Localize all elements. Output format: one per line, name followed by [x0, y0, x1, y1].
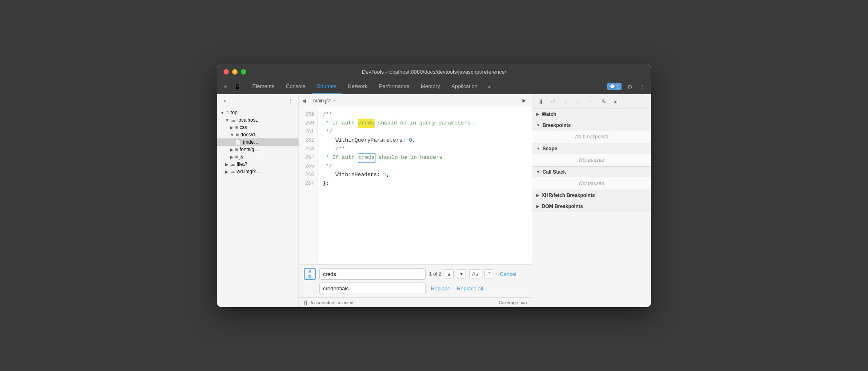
inspect-icon[interactable]: ⌖ — [220, 82, 230, 92]
window-title: DevTools - localhost:8080/docs/devtools/… — [362, 69, 506, 75]
tree-item-docs[interactable]: ▼ ■ docs/d… — [217, 131, 298, 138]
notification-badge[interactable]: 💬 1 — [607, 83, 622, 90]
tree-label-js: js — [240, 154, 243, 160]
editor-tabs: ◀ main.js* × ▶ — [299, 94, 532, 107]
step-button[interactable]: → — [585, 96, 595, 107]
run-script-icon[interactable]: ▶ — [520, 96, 529, 105]
watch-label: Watch — [542, 111, 556, 117]
step-into-button[interactable]: ↓ — [560, 96, 571, 107]
status-bar: {} 5 characters selected Coverage: n/a — [299, 297, 532, 307]
match-case-button[interactable]: Aa — [469, 269, 481, 278]
dom-breakpoints-section: ▶ DOM Breakpoints — [532, 201, 651, 212]
cloud-icon-localhost: ☁ — [231, 117, 236, 123]
call-stack-content: Not paused — [532, 177, 651, 190]
tree-item-css[interactable]: ▶ ■ css — [217, 124, 298, 131]
line-num-266: 266 — [299, 171, 317, 179]
xhr-arrow: ▶ — [536, 193, 539, 197]
folder-icon-css: ■ — [235, 124, 238, 130]
tree-item-top[interactable]: ▼ □ top — [217, 109, 298, 116]
replace-all-button[interactable]: Replace all — [455, 285, 485, 292]
tree-arrow-file: ▶ — [225, 162, 228, 167]
dom-breakpoints-section-header[interactable]: ▶ DOM Breakpoints — [532, 201, 651, 212]
deactivate-breakpoints-button[interactable]: ✎ — [599, 96, 609, 107]
code-line-266: WithinHeaders: 1, — [323, 171, 527, 179]
tree-arrow-css: ▶ — [230, 125, 233, 130]
pause-resume-button[interactable]: ⏸ — [536, 96, 546, 107]
find-input[interactable] — [319, 268, 426, 280]
settings-icon[interactable]: ⚙ — [625, 82, 635, 92]
replace-button[interactable]: Replace — [429, 285, 452, 292]
tree-item-js[interactable]: ▶ ■ js — [217, 153, 298, 161]
creds-highlight-1: creds — [358, 119, 375, 128]
step-out-button[interactable]: ↑ — [572, 96, 583, 107]
device-icon[interactable]: 📱 — [233, 82, 242, 92]
tab-memory[interactable]: Memory — [416, 79, 445, 94]
tree-label-docs: docs/d… — [240, 132, 260, 138]
maximize-button[interactable] — [241, 69, 246, 75]
find-replace-bar: AB 1 of 2 ▲ ▼ Aa .* Cancel — [299, 264, 532, 297]
editor-area: ◀ main.js* × ▶ 259 260 261 262 2 — [299, 94, 532, 307]
main-content: » ⋮ ▼ □ top ▼ ☁ localhost: ▶ — [217, 94, 651, 307]
debug-toolbar: ⏸ ↺ ↓ ↑ → ✎ ⏯ — [532, 94, 651, 109]
call-stack-section-header[interactable]: ▼ Call Stack — [532, 167, 651, 177]
code-lines: 259 260 261 262 263 264 265 266 267 /** — [299, 107, 532, 264]
breakpoints-section-header[interactable]: ▼ Breakpoints — [532, 120, 651, 131]
tab-elements[interactable]: Elements — [247, 79, 279, 94]
replace-toggle-icon[interactable]: AB — [304, 268, 316, 280]
editor-tab-label: main.js* — [313, 98, 331, 104]
call-stack-label: Call Stack — [542, 169, 566, 175]
more-options-icon[interactable]: ⋮ — [638, 82, 648, 92]
tab-application[interactable]: Application — [447, 79, 483, 94]
no-breakpoints-text: No breakpoints — [575, 134, 608, 140]
line-num-259: 259 — [299, 111, 317, 119]
minimize-button[interactable] — [232, 69, 237, 75]
replace-row: Replace Replace all — [304, 283, 527, 294]
editor-tab-close[interactable]: × — [333, 98, 336, 103]
tab-network[interactable]: Network — [343, 79, 373, 94]
scope-arrow: ▼ — [536, 147, 540, 151]
code-line-263: /** — [323, 145, 527, 154]
tabbar-right: 💬 1 ⚙ ⋮ — [607, 82, 648, 92]
tree-item-index[interactable]: 📄 (inde… — [217, 138, 298, 146]
editor-back-icon[interactable]: ◀ — [302, 98, 306, 104]
tree-item-file[interactable]: ▶ ☁ file:// — [217, 161, 298, 168]
tab-sources[interactable]: Sources — [312, 79, 341, 94]
line-numbers: 259 260 261 262 263 264 265 266 267 — [299, 107, 318, 264]
line-num-264: 264 — [299, 154, 317, 162]
tree-item-fonts[interactable]: ▶ ■ fonts/g… — [217, 146, 298, 153]
code-line-262: WithinQueryParameters: 0, — [323, 136, 527, 145]
breakpoints-section: ▼ Breakpoints No breakpoints — [532, 120, 651, 143]
tab-performance[interactable]: Performance — [374, 79, 414, 94]
dom-arrow: ▶ — [536, 204, 539, 208]
code-line-265: */ — [323, 162, 527, 171]
titlebar: DevTools - localhost:8080/docs/devtools/… — [217, 64, 651, 79]
watch-section-header[interactable]: ▶ Watch — [532, 109, 651, 120]
scope-section-header[interactable]: ▼ Scope — [532, 143, 651, 154]
tree-item-wd-imgix[interactable]: ▶ ☁ wd.imgix… — [217, 168, 298, 175]
scope-content: Not paused — [532, 154, 651, 166]
find-prev-button[interactable]: ▲ — [445, 269, 454, 278]
replace-input[interactable] — [319, 283, 426, 294]
status-left: {} 5 characters selected — [304, 299, 353, 305]
xhr-fetch-section-header[interactable]: ▶ XHR/fetch Breakpoints — [532, 190, 651, 201]
tree-item-localhost[interactable]: ▼ ☁ localhost: — [217, 116, 298, 124]
regex-button[interactable]: .* — [484, 269, 493, 278]
sidebar-menu-icon[interactable]: ⋮ — [285, 96, 295, 106]
close-button[interactable] — [224, 69, 229, 75]
pretty-print-icon[interactable]: {} — [304, 299, 307, 305]
folder-icon: □ — [226, 110, 229, 115]
find-next-button[interactable]: ▼ — [457, 269, 466, 278]
code-content[interactable]: /** * If auth creds should be in query p… — [318, 107, 532, 264]
editor-tab-main-js[interactable]: main.js* × — [309, 94, 340, 107]
tab-console[interactable]: Console — [281, 79, 310, 94]
line-num-262: 262 — [299, 136, 317, 145]
tab-more-icon[interactable]: » — [484, 84, 493, 90]
step-over-button[interactable]: ↺ — [548, 96, 558, 107]
editor-tab-right: ▶ — [520, 96, 529, 105]
devtools-icon-group: ⌖ 📱 — [220, 82, 242, 92]
cancel-button[interactable]: Cancel — [497, 271, 520, 277]
sidebar-expand-icon[interactable]: » — [220, 96, 230, 106]
tree-label-css: css — [240, 124, 247, 130]
tree-arrow-localhost: ▼ — [225, 118, 229, 122]
pause-on-exception-button[interactable]: ⏯ — [611, 96, 622, 107]
